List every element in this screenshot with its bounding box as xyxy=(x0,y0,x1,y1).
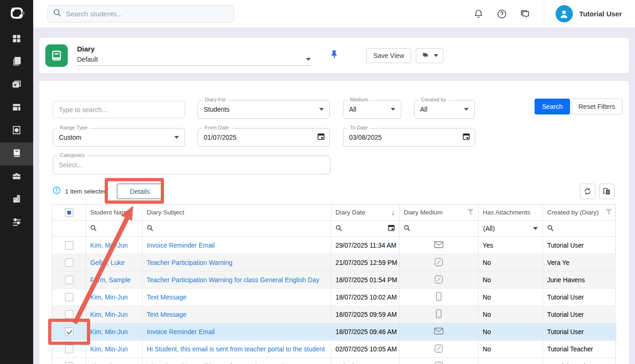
row-subject-link[interactable]: Text Message xyxy=(147,294,186,301)
row-subject-link[interactable]: Teacher Participation Warning for class … xyxy=(147,277,319,284)
search-icon xyxy=(335,225,342,233)
created-by-select[interactable]: Created by All xyxy=(414,100,475,119)
created-by-label: Created by xyxy=(419,97,449,102)
table-row[interactable]: Kim, Min-Jun Hi Student, this email is s… xyxy=(52,358,615,364)
search-icon xyxy=(404,225,410,233)
annotation-arrow xyxy=(65,201,140,329)
refresh-button[interactable] xyxy=(580,184,595,199)
search-icon xyxy=(53,9,61,19)
sidebar: $ xyxy=(0,28,33,364)
column-chooser-button[interactable] xyxy=(599,184,614,199)
sidebar-item-students[interactable] xyxy=(0,51,33,74)
selection-status: 1 item selected xyxy=(65,188,107,195)
annotation-box-checkbox xyxy=(48,319,90,345)
reset-filters-button[interactable]: Reset Filters xyxy=(571,99,622,114)
gear-icon xyxy=(421,50,429,60)
calendar-icon[interactable] xyxy=(463,133,470,142)
classes-icon xyxy=(12,79,21,91)
svg-text:$: $ xyxy=(16,128,18,132)
row-date: 18/07/2025 01:54 PM xyxy=(335,277,397,284)
row-subject-link[interactable]: Hi Student, this email is sent from teac… xyxy=(147,346,325,353)
row-attachments: Yes xyxy=(483,242,493,249)
table-row[interactable]: Kim, Min-Jun Hi Student, this email is s… xyxy=(52,341,615,358)
page-title: Diary xyxy=(77,45,320,53)
row-subject-link[interactable]: Invoice Reminder Email xyxy=(147,242,215,249)
row-attachments: No xyxy=(483,259,491,266)
user-menu[interactable]: Tutorial User xyxy=(544,5,635,22)
col-diary-subject[interactable]: Diary Subject xyxy=(143,205,331,220)
chat-icon[interactable] xyxy=(520,8,531,20)
filter-diary-medium[interactable] xyxy=(400,221,478,236)
filter-funnel-icon[interactable] xyxy=(606,209,612,216)
row-created-by: Tutorial User xyxy=(547,242,584,249)
sidebar-item-diary[interactable] xyxy=(0,143,33,165)
row-date: 18/07/2025 09:46 AM xyxy=(335,328,397,335)
sidebar-item-invoices[interactable]: $ xyxy=(0,120,33,143)
sidebar-item-settings[interactable] xyxy=(0,211,33,234)
phone-icon xyxy=(436,292,442,302)
filter-funnel-icon[interactable] xyxy=(467,209,474,216)
grid-text-search-input[interactable] xyxy=(53,101,185,118)
row-attachments: No xyxy=(483,346,491,353)
calendar-icon[interactable] xyxy=(388,224,395,233)
sidebar-item-dashboard[interactable] xyxy=(0,28,33,51)
row-created-by: Tutorial User xyxy=(547,294,584,301)
diary-for-select[interactable]: Diary For Students xyxy=(198,100,330,119)
help-icon[interactable] xyxy=(496,8,507,20)
building-icon xyxy=(12,194,21,206)
user-name: Tutorial User xyxy=(579,10,622,18)
col-created-by[interactable]: Created by (Diary) xyxy=(543,205,616,220)
row-created-by: Tutorial User xyxy=(547,328,584,335)
filter-diary-date[interactable] xyxy=(331,221,400,236)
filter-has-attachments[interactable]: (All) xyxy=(478,221,543,236)
col-diary-date[interactable]: Diary Date↓ xyxy=(331,205,400,220)
medium-select[interactable]: Medium All xyxy=(343,100,401,119)
calendar-icon[interactable] xyxy=(317,133,325,142)
to-date-field[interactable]: To Date 03/08/2025 xyxy=(343,128,475,147)
categories-placeholder: Select... xyxy=(59,161,83,169)
search-button[interactable]: Search xyxy=(535,99,570,114)
to-date-value: 03/08/2025 xyxy=(349,134,382,141)
search-students-input[interactable] xyxy=(66,10,228,18)
row-student-link[interactable]: Kim, Min-Jun xyxy=(90,346,128,353)
row-checkbox[interactable] xyxy=(65,362,73,364)
from-date-field[interactable]: From Date 01/07/2025 xyxy=(198,128,330,147)
row-subject-link[interactable]: Teacher Participation Warning xyxy=(147,259,233,266)
range-type-select[interactable]: Range Type Custom xyxy=(53,128,185,147)
invoice-dollar-icon: $ xyxy=(12,125,21,137)
filter-created-by[interactable] xyxy=(543,221,616,236)
sidebar-item-services[interactable] xyxy=(0,165,33,188)
categories-select[interactable]: Categories Select... xyxy=(53,156,330,174)
save-view-button[interactable]: Save View xyxy=(366,48,411,63)
dashboard-icon xyxy=(12,34,21,45)
sort-desc-icon: ↓ xyxy=(392,208,395,216)
app-logo[interactable] xyxy=(0,0,33,28)
pin-icon[interactable] xyxy=(330,50,338,61)
view-options-button[interactable] xyxy=(416,48,443,63)
col-diary-medium[interactable]: Diary Medium xyxy=(400,205,478,220)
medium-value: All xyxy=(349,106,357,113)
info-icon xyxy=(53,186,61,196)
note-icon xyxy=(435,362,443,364)
briefcase-icon xyxy=(12,171,21,183)
row-subject-link[interactable]: Text Message xyxy=(147,311,186,318)
chevron-down-icon xyxy=(391,108,395,111)
view-select[interactable]: Default xyxy=(77,56,311,66)
bell-icon[interactable] xyxy=(473,8,484,20)
col-has-attachments[interactable]: Has Attachments xyxy=(478,205,543,220)
chevron-down-icon xyxy=(319,108,324,111)
diary-book-icon xyxy=(12,148,21,160)
row-created-by: Tutorial User xyxy=(547,311,584,318)
row-subject-link[interactable]: Invoice Reminder Email xyxy=(147,328,215,335)
global-search[interactable] xyxy=(47,5,234,23)
chevron-down-icon xyxy=(306,58,311,61)
filter-diary-subject[interactable] xyxy=(143,221,331,236)
medium-label: Medium xyxy=(348,97,371,102)
avatar xyxy=(556,5,573,22)
row-checkbox[interactable] xyxy=(65,345,73,353)
view-select-value: Default xyxy=(77,56,98,63)
students-icon xyxy=(12,57,21,68)
sidebar-item-timetable[interactable] xyxy=(0,97,33,120)
sidebar-item-organisation[interactable] xyxy=(0,188,33,211)
sidebar-item-classes[interactable] xyxy=(0,74,33,97)
